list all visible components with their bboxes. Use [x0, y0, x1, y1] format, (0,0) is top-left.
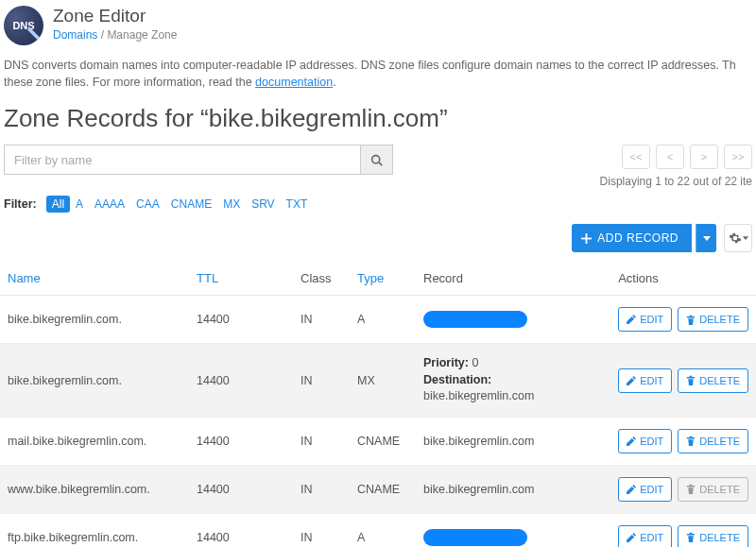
- cell-ttl: 14400: [189, 465, 293, 513]
- documentation-link[interactable]: documentation: [255, 76, 333, 89]
- filter-tag-aaaa[interactable]: AAAA: [89, 196, 130, 213]
- cell-type: CNAME: [350, 417, 416, 465]
- redacted-value: [423, 311, 527, 328]
- cell-class: IN: [293, 344, 350, 418]
- col-header-type[interactable]: Type: [350, 262, 416, 296]
- trash-icon: [686, 436, 696, 446]
- filter-tag-caa[interactable]: CAA: [130, 196, 165, 213]
- settings-button[interactable]: [724, 224, 752, 252]
- delete-button[interactable]: DELETE: [678, 368, 748, 393]
- add-record-dropdown[interactable]: [696, 224, 716, 252]
- svg-marker-5: [743, 236, 748, 240]
- edit-button[interactable]: EDIT: [618, 307, 672, 332]
- cell-type: A: [350, 296, 416, 344]
- col-header-name[interactable]: Name: [0, 262, 189, 296]
- filter-tag-mx[interactable]: MX: [217, 196, 246, 213]
- record-value: bike.bikegremlin.com: [423, 435, 534, 448]
- cell-ttl: 14400: [189, 513, 293, 547]
- cell-type: MX: [350, 344, 416, 418]
- cell-ttl: 14400: [189, 344, 293, 418]
- pencil-icon: [627, 533, 636, 542]
- gear-icon: [729, 231, 742, 245]
- table-row: ftp.bike.bikegremlin.com.14400INAEDITDEL…: [0, 513, 756, 547]
- delete-button[interactable]: DELETE: [678, 307, 748, 332]
- cell-ttl: 14400: [189, 296, 293, 344]
- svg-point-0: [372, 155, 380, 162]
- table-row: www.bike.bikegremlin.com.14400INCNAMEbik…: [0, 465, 756, 513]
- edit-button[interactable]: EDIT: [618, 429, 672, 453]
- cell-name: bike.bikegremlin.com.: [0, 344, 189, 418]
- svg-marker-4: [703, 236, 711, 241]
- pager-prev-button[interactable]: <: [656, 145, 684, 169]
- chevron-down-icon: [703, 236, 711, 241]
- col-header-actions: Actions: [610, 262, 756, 296]
- svg-rect-3: [581, 237, 592, 239]
- filter-tag-txt[interactable]: TXT: [281, 196, 314, 213]
- cell-class: IN: [293, 296, 350, 344]
- edit-button[interactable]: EDIT: [618, 525, 672, 547]
- table-row: bike.bikegremlin.com.14400INAEDITDELETE: [0, 296, 756, 344]
- edit-button[interactable]: EDIT: [618, 477, 672, 502]
- add-record-button[interactable]: ADD RECORD: [572, 224, 692, 252]
- pencil-icon: [627, 376, 636, 385]
- filter-tag-all[interactable]: All: [46, 196, 70, 213]
- filter-tag-srv[interactable]: SRV: [246, 196, 280, 213]
- cell-name: www.bike.bikegremlin.com.: [0, 465, 189, 513]
- record-value: bike.bikegremlin.com: [423, 483, 534, 496]
- pager-last-button[interactable]: >>: [724, 145, 752, 169]
- table-row: mail.bike.bikegremlin.com.14400INCNAMEbi…: [0, 417, 756, 465]
- pencil-icon: [627, 315, 636, 324]
- trash-icon: [686, 532, 696, 542]
- col-header-record: Record: [416, 262, 610, 296]
- app-logo: DNS: [4, 6, 43, 45]
- zone-records-heading: Zone Records for “bike.bikegremlin.com”: [0, 100, 756, 145]
- delete-button[interactable]: DELETE: [678, 525, 748, 547]
- delete-button[interactable]: DELETE: [678, 477, 748, 502]
- pencil-icon: [627, 436, 636, 446]
- cell-name: bike.bikegremlin.com.: [0, 296, 189, 344]
- search-button[interactable]: [361, 145, 393, 175]
- cell-class: IN: [293, 417, 350, 465]
- description-text: DNS converts domain names into computer-…: [0, 45, 756, 100]
- filter-input[interactable]: [4, 145, 361, 175]
- svg-line-1: [379, 162, 382, 165]
- col-header-class: Class: [293, 262, 350, 296]
- pager-first-button[interactable]: <<: [622, 145, 650, 169]
- breadcrumb-domains-link[interactable]: Domains: [53, 28, 97, 42]
- cell-class: IN: [293, 465, 350, 513]
- redacted-value: [423, 529, 527, 546]
- delete-button[interactable]: DELETE: [678, 429, 748, 453]
- pager-next-button[interactable]: >: [690, 145, 718, 169]
- trash-icon: [686, 375, 696, 385]
- cell-ttl: 14400: [189, 417, 293, 465]
- cell-name: ftp.bike.bikegremlin.com.: [0, 513, 189, 547]
- cell-type: A: [350, 513, 416, 547]
- chevron-down-icon: [743, 236, 748, 240]
- page-title: Zone Editor: [53, 6, 177, 26]
- cell-name: mail.bike.bikegremlin.com.: [0, 417, 189, 465]
- edit-button[interactable]: EDIT: [618, 368, 672, 393]
- breadcrumb-current: Manage Zone: [107, 28, 177, 42]
- cell-type: CNAME: [350, 465, 416, 513]
- trash-icon: [686, 484, 696, 494]
- pager-status: Displaying 1 to 22 out of 22 ite: [600, 175, 752, 188]
- breadcrumb: Domains / Manage Zone: [53, 28, 177, 42]
- trash-icon: [686, 315, 696, 325]
- record-value: Priority: 0Destination: bike.bikegremlin…: [423, 355, 603, 405]
- table-row: bike.bikegremlin.com.14400INMXPriority: …: [0, 344, 756, 418]
- cell-class: IN: [293, 513, 350, 547]
- search-icon: [370, 154, 383, 166]
- zone-records-table: Name TTL Class Type Record Actions bike.…: [0, 262, 756, 547]
- filter-tag-cname[interactable]: CNAME: [165, 196, 217, 213]
- filter-tag-a[interactable]: A: [70, 196, 89, 213]
- plus-icon: [581, 233, 592, 244]
- filter-label: Filter:: [4, 197, 37, 211]
- pencil-icon: [627, 485, 636, 494]
- col-header-ttl[interactable]: TTL: [189, 262, 293, 296]
